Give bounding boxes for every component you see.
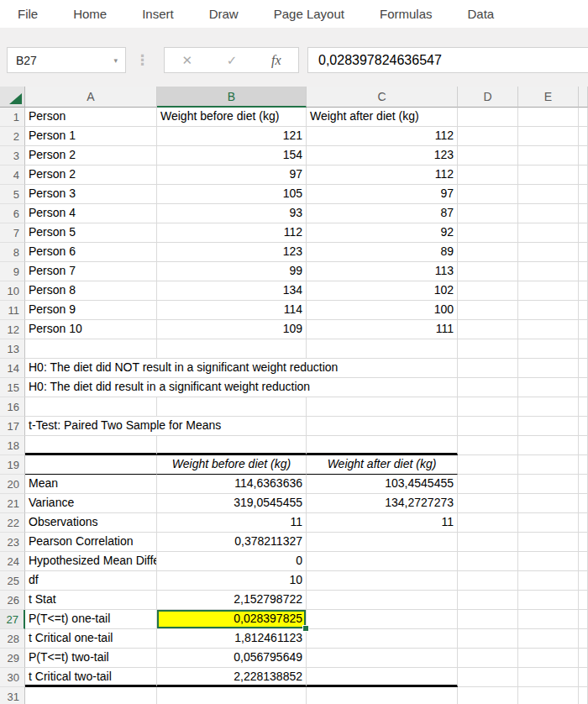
cell-B1[interactable]: Weight before diet (kg) [157,108,307,127]
row-header-21[interactable]: 21 [0,494,25,513]
cell-B8[interactable]: 123 [157,243,307,262]
cell-A21[interactable]: Variance [25,494,157,513]
cell-D6[interactable] [458,204,518,223]
cell-partial-23[interactable] [579,533,588,552]
name-box[interactable]: B27 ▾ [7,47,126,73]
cell-partial-12[interactable] [579,320,588,339]
cell-E3[interactable] [518,146,579,165]
cell-partial-13[interactable] [579,339,588,359]
cell-A13[interactable] [25,339,157,359]
cell-partial-25[interactable] [579,571,588,591]
column-header-c[interactable]: C [307,87,458,108]
cell-E26[interactable] [518,591,579,610]
cell-partial-3[interactable] [579,146,588,165]
cell-E17[interactable] [518,417,579,436]
cell-D11[interactable] [458,301,518,320]
cell-partial-5[interactable] [579,185,588,204]
cell-E10[interactable] [518,281,579,301]
cell-A28[interactable]: t Critical one-tail [25,629,157,649]
row-header-6[interactable]: 6 [0,204,25,223]
row-header-23[interactable]: 23 [0,533,25,552]
row-header-14[interactable]: 14 [0,359,25,378]
cell-A16[interactable] [25,397,157,417]
cell-partial-29[interactable] [579,649,588,668]
cell-B25[interactable]: 10 [157,571,307,591]
cell-partial-2[interactable] [579,127,588,146]
cell-C4[interactable]: 112 [307,165,458,185]
cell-A1[interactable]: Person [25,108,157,127]
cell-E29[interactable] [518,649,579,668]
row-header-24[interactable]: 24 [0,552,25,571]
cell-C8[interactable]: 89 [307,243,458,262]
cell-B4[interactable]: 97 [157,165,307,185]
formula-bar-input[interactable]: 0,028397824636547 [307,47,588,73]
cell-partial-20[interactable] [579,475,588,494]
cell-A3[interactable]: Person 2 [25,146,157,165]
cell-A6[interactable]: Person 4 [25,204,157,223]
cell-C1[interactable]: Weight after diet (kg) [307,108,458,127]
ribbon-tab-home[interactable]: Home [73,7,107,21]
cell-E25[interactable] [518,571,579,591]
cell-A18[interactable] [25,436,157,455]
cell-C20[interactable]: 103,4545455 [307,475,458,494]
cell-C13[interactable] [307,339,458,359]
row-header-20[interactable]: 20 [0,475,25,494]
cell-A19[interactable] [25,455,157,475]
cell-E18[interactable] [518,436,579,455]
cell-partial-8[interactable] [579,243,588,262]
cell-A29[interactable]: P(T<=t) two-tail [25,649,157,668]
cell-B21[interactable]: 319,0545455 [157,494,307,513]
row-header-7[interactable]: 7 [0,223,25,243]
row-header-2[interactable]: 2 [0,127,25,146]
cell-partial-30[interactable] [579,668,588,687]
cell-C11[interactable]: 100 [307,301,458,320]
cell-D25[interactable] [458,571,518,591]
cell-B31[interactable] [157,687,307,704]
cell-E27[interactable] [518,610,579,629]
column-header-e[interactable]: E [518,87,579,108]
row-header-13[interactable]: 13 [0,339,25,359]
cell-E16[interactable] [518,397,579,417]
cell-D3[interactable] [458,146,518,165]
cell-C6[interactable]: 87 [307,204,458,223]
cell-E14[interactable] [518,359,579,378]
row-header-25[interactable]: 25 [0,571,25,591]
cell-D30[interactable] [458,668,518,687]
select-all-corner[interactable] [0,87,25,108]
cell-partial-4[interactable] [579,165,588,185]
cell-E30[interactable] [518,668,579,687]
cell-A22[interactable]: Observations [25,513,157,533]
cell-E28[interactable] [518,629,579,649]
row-header-17[interactable]: 17 [0,417,25,436]
cell-A8[interactable]: Person 6 [25,243,157,262]
cell-B23[interactable]: 0,378211327 [157,533,307,552]
cell-D8[interactable] [458,243,518,262]
cell-A10[interactable]: Person 8 [25,281,157,301]
cell-E12[interactable] [518,320,579,339]
cell-partial-17[interactable] [579,417,588,436]
column-header-partial[interactable] [579,87,588,108]
cell-E31[interactable] [518,687,579,704]
cell-E21[interactable] [518,494,579,513]
cell-D16[interactable] [458,397,518,417]
cell-B6[interactable]: 93 [157,204,307,223]
cell-partial-1[interactable] [579,108,588,127]
cell-B22[interactable]: 11 [157,513,307,533]
cell-E11[interactable] [518,301,579,320]
cell-C12[interactable]: 111 [307,320,458,339]
row-header-10[interactable]: 10 [0,281,25,301]
cell-D1[interactable] [458,108,518,127]
cell-B29[interactable]: 0,056795649 [157,649,307,668]
enter-icon[interactable]: ✓ [227,53,238,68]
ribbon-tab-file[interactable]: File [18,7,38,21]
cell-C16[interactable] [307,397,458,417]
column-header-d[interactable]: D [458,87,518,108]
cell-B9[interactable]: 99 [157,262,307,281]
cell-B20[interactable]: 114,6363636 [157,475,307,494]
row-header-5[interactable]: 5 [0,185,25,204]
cell-partial-18[interactable] [579,436,588,455]
cell-A31[interactable] [25,687,157,704]
cell-E8[interactable] [518,243,579,262]
cell-B19[interactable]: Weight before diet (kg) [157,455,307,475]
ribbon-tab-page-layout[interactable]: Page Layout [274,7,344,21]
